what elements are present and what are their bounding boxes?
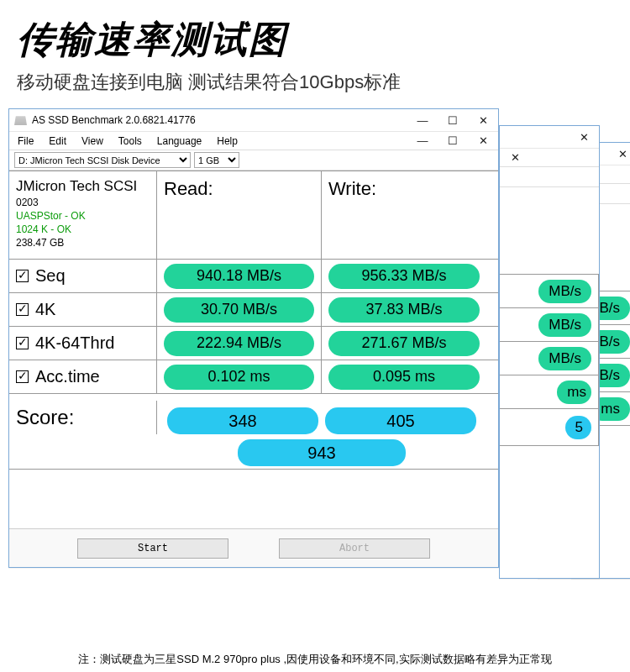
main-window: AS SSD Benchmark 2.0.6821.41776 — ☐ ✕ Fi… bbox=[8, 108, 499, 568]
seq-write: 956.33 MB/s bbox=[328, 264, 480, 289]
4k64-read: 222.94 MB/s bbox=[164, 331, 314, 356]
bg-mbs: MB/s bbox=[538, 347, 591, 370]
inner-maximize-button[interactable]: ☐ bbox=[438, 131, 468, 150]
read-header: Read: bbox=[157, 171, 322, 259]
score-write: 405 bbox=[325, 407, 476, 434]
4k-read: 30.70 MB/s bbox=[164, 297, 314, 323]
device-code: 0203 bbox=[16, 197, 39, 208]
seq-checkbox[interactable] bbox=[16, 270, 29, 282]
bg-mbs: MB/s bbox=[577, 297, 630, 320]
close-icon[interactable]: ✕ bbox=[607, 143, 630, 165]
bg-mbs: MB/s bbox=[611, 381, 630, 404]
minimize-button[interactable]: — bbox=[407, 109, 438, 131]
close-button[interactable]: ✕ bbox=[468, 109, 498, 131]
score-total: 943 bbox=[238, 439, 406, 466]
4k-write: 37.83 MB/s bbox=[328, 297, 480, 323]
acc-label: Acc.time bbox=[35, 367, 100, 386]
bg-score: 5 bbox=[565, 416, 591, 439]
score-read: 348 bbox=[167, 407, 318, 434]
device-select[interactable]: D: JMicron Tech SCSI Disk Device bbox=[14, 152, 191, 168]
device-name: JMicron Tech SCSI bbox=[16, 178, 137, 195]
seq-read: 940.18 MB/s bbox=[164, 264, 314, 289]
seq-label: Seq bbox=[35, 266, 66, 286]
inner-close-button[interactable]: ✕ bbox=[468, 131, 498, 150]
acc-write: 0.095 ms bbox=[328, 365, 480, 390]
4k64-label: 4K-64Thrd bbox=[35, 333, 115, 353]
bg-mbs: MB/s bbox=[611, 313, 630, 337]
maximize-button[interactable]: ☐ bbox=[438, 109, 468, 131]
bg-mbs: MB/s bbox=[577, 330, 630, 354]
inner-minimize-button[interactable]: — bbox=[407, 131, 438, 150]
menu-view[interactable]: View bbox=[81, 135, 103, 147]
start-button[interactable]: Start bbox=[77, 538, 228, 559]
bg-ms: ms bbox=[591, 397, 630, 421]
close-icon[interactable]: ✕ bbox=[500, 149, 530, 166]
score-label: Score: bbox=[9, 401, 157, 434]
toolbar: D: JMicron Tech SCSI Disk Device 1 GB bbox=[9, 150, 498, 171]
align-status: 1024 K - OK bbox=[16, 223, 71, 235]
bg-mbs: MB/s bbox=[577, 364, 630, 387]
4k-checkbox[interactable] bbox=[16, 303, 29, 316]
close-icon[interactable]: ✕ bbox=[569, 126, 599, 148]
page-subtitle: 移动硬盘连接到电脑 测试结果符合10Gbps标准 bbox=[17, 70, 613, 95]
menu-edit[interactable]: Edit bbox=[49, 135, 66, 147]
titlebar: AS SSD Benchmark 2.0.6821.41776 — ☐ ✕ bbox=[9, 109, 498, 132]
app-icon bbox=[14, 115, 27, 125]
write-header: Write: bbox=[322, 171, 486, 259]
capacity: 238.47 GB bbox=[16, 237, 64, 249]
page-title: 传输速率测试图 bbox=[17, 15, 613, 65]
menu-bar: File Edit View Tools Language Help — ☐ ✕ bbox=[9, 132, 498, 150]
bg-ms: ms bbox=[557, 381, 591, 404]
abort-button[interactable]: Abort bbox=[279, 538, 430, 559]
acc-read: 0.102 ms bbox=[164, 365, 314, 390]
menu-file[interactable]: File bbox=[18, 135, 34, 147]
acc-checkbox[interactable] bbox=[16, 370, 29, 383]
size-select[interactable]: 1 GB bbox=[194, 152, 239, 168]
menu-language[interactable]: Language bbox=[157, 135, 202, 147]
bg-mbs: MB/s bbox=[538, 313, 591, 337]
menu-tools[interactable]: Tools bbox=[118, 135, 142, 147]
window-title: AS SSD Benchmark 2.0.6821.41776 bbox=[32, 114, 196, 126]
4k-label: 4K bbox=[35, 300, 55, 319]
bg-mbs: MB/s bbox=[538, 280, 591, 303]
bg-ms: ms bbox=[624, 414, 630, 438]
menu-help[interactable]: Help bbox=[217, 135, 238, 147]
device-info: JMicron Tech SCSI 0203 UASPStor - OK 102… bbox=[9, 171, 157, 259]
4k64-checkbox[interactable] bbox=[16, 337, 29, 349]
uasp-status: UASPStor - OK bbox=[16, 210, 86, 222]
4k64-write: 271.67 MB/s bbox=[328, 331, 480, 356]
footer-note: 注：测试硬盘为三星SSD M.2 970pro plus ,因使用设备和环境不同… bbox=[0, 652, 630, 667]
bg-mbs: MB/s bbox=[611, 347, 630, 370]
